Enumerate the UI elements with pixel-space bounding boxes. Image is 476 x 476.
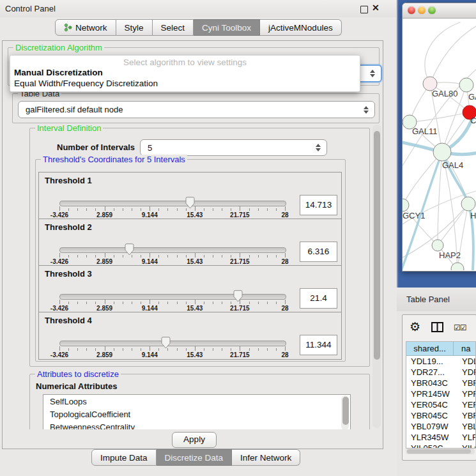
- cell-shared-name: YLR345W: [406, 432, 457, 443]
- network-node-hap2[interactable]: [432, 240, 443, 251]
- column-header[interactable]: shared...: [406, 342, 454, 355]
- column-header[interactable]: na: [454, 342, 475, 355]
- close-icon[interactable]: ✕: [372, 3, 380, 13]
- tab-label: Discretize Data: [165, 453, 224, 463]
- table-data-combobox[interactable]: galFiltered.sif default node: [18, 101, 375, 118]
- tab-label: Network: [75, 23, 107, 33]
- axis-tick-label: 28: [281, 258, 288, 265]
- algorithm-option-manual-discretization[interactable]: Manual Discretization: [10, 67, 360, 78]
- threshold-slider-2[interactable]: -3.4262.8599.14415.4321.71528: [59, 243, 285, 265]
- threshold-label: Threshold 2: [45, 222, 92, 232]
- table-row[interactable]: YBL079WYBL0: [406, 421, 475, 432]
- cell-name: YDL1: [457, 356, 475, 367]
- node-label: C: [470, 116, 476, 125]
- algorithm-option-equal-width-frequency-discretization[interactable]: Equal Width/Frequency Discretization: [10, 78, 360, 89]
- axis-tick-label: 28: [281, 351, 288, 358]
- tab-label: Infer Network: [240, 453, 291, 463]
- threshold-value-field[interactable]: 14.713: [300, 195, 337, 215]
- table-header-row: shared... na: [406, 342, 475, 356]
- interval-definition-group: Interval Definition Number of Intervals …: [29, 128, 370, 367]
- axis-tick-label: 2.859: [96, 258, 112, 265]
- cyni-toolbox-panel: Discretization Algorithm Select algorith…: [2, 40, 383, 449]
- popup-placeholder: Select algorithm to view settings: [10, 56, 360, 67]
- float-window-icon[interactable]: [360, 6, 368, 13]
- tab-label: Impute Data: [100, 453, 148, 463]
- intervals-value: 5: [141, 143, 152, 153]
- panel-scrollbar[interactable]: [372, 125, 381, 428]
- axis-tick-label: 21.715: [230, 258, 250, 265]
- table-columns-icon[interactable]: [431, 322, 443, 335]
- threshold-slider-1[interactable]: -3.4262.8599.14415.4321.71528: [59, 196, 285, 218]
- threshold-slider-3[interactable]: -3.4262.8599.14415.4321.71528: [59, 289, 285, 311]
- tab-impute-data[interactable]: Impute Data: [91, 449, 157, 466]
- threshold-value-field[interactable]: 21.4: [300, 288, 337, 309]
- control-panel-titlebar: Control Panel ✕: [0, 0, 396, 17]
- node-label: HAP2: [439, 250, 461, 260]
- control-panel-tabs: NetworkStyleSelectCyni ToolboxjActiveMNo…: [55, 19, 342, 36]
- threshold-panel-2: Threshold 2-3.4262.8599.14415.4321.71528…: [38, 219, 342, 266]
- node-label: GAL80: [432, 89, 457, 98]
- network-node-gcy1[interactable]: [403, 199, 409, 211]
- table-hscrollbar[interactable]: [406, 449, 475, 454]
- axis-tick-label: 21.715: [230, 351, 250, 358]
- minimize-traffic-light[interactable]: [418, 6, 426, 14]
- network-icon: [64, 23, 72, 32]
- threshold-slider-4[interactable]: -3.4262.8599.14415.4321.71528: [59, 336, 285, 358]
- tab-infer-network[interactable]: Infer Network: [232, 449, 300, 466]
- network-node-h[interactable]: [461, 197, 475, 211]
- panel-title: Control Panel: [5, 4, 56, 13]
- network-edge: [438, 204, 468, 245]
- tab-jactivemnodules[interactable]: jActiveMNodules: [260, 19, 342, 36]
- axis-tick-label: -3.426: [50, 305, 68, 312]
- axis-tick-label: 15.43: [187, 305, 203, 312]
- table-row[interactable]: YER054CYER0: [406, 399, 475, 410]
- cell-shared-name: YER054C: [406, 399, 457, 410]
- axis-tick-label: 15.43: [187, 258, 203, 265]
- table-row[interactable]: YDR27...YDR2: [406, 367, 475, 378]
- attribute-item-selfloops[interactable]: SelfLoops: [43, 395, 350, 408]
- table-data-selected: galFiltered.sif default node: [19, 105, 123, 114]
- list-scrollbar[interactable]: [341, 395, 349, 429]
- table-panel-titlebar: Table Panel: [397, 288, 476, 312]
- axis-tick-label: 9.144: [142, 305, 158, 312]
- stepper-arrows-icon: [370, 70, 375, 77]
- network-node-ga[interactable]: [459, 78, 473, 92]
- threshold-panel-4: Threshold 4-3.4262.8599.14415.4321.71528…: [38, 312, 342, 360]
- thresholds-group: Threshold's Coordinates for 5 Intervals …: [35, 159, 346, 362]
- cell-shared-name: YPR145W: [406, 388, 457, 399]
- stepper-arrows-icon: [316, 144, 321, 151]
- table-row[interactable]: YIL052CYIL0: [406, 443, 475, 449]
- table-row[interactable]: YPR145WYPR1: [406, 388, 475, 399]
- attribute-item-betweennesscentrality[interactable]: BetweennessCentrality: [43, 420, 350, 429]
- tab-discretize-data[interactable]: Discretize Data: [157, 449, 233, 466]
- table-row[interactable]: YLR345WYLR3: [406, 432, 475, 443]
- cell-name: YIL0: [457, 443, 475, 449]
- table-row[interactable]: YBR045CYBR0: [406, 410, 475, 421]
- threshold-value-field[interactable]: 11.344: [300, 335, 337, 355]
- close-traffic-light[interactable]: [408, 6, 415, 14]
- gear-icon[interactable]: ⚙: [410, 321, 420, 334]
- node-attribute-table: shared... na YDL19...YDL1YDR27...YDR2YBR…: [406, 341, 476, 449]
- table-row[interactable]: YBR043CYBR0: [406, 378, 475, 388]
- threshold-label: Threshold 4: [45, 316, 92, 325]
- numerical-attributes-list: SelfLoopsTopologicalCoefficientBetweenne…: [43, 394, 351, 429]
- number-of-intervals-combobox[interactable]: 5: [140, 139, 327, 156]
- table-row[interactable]: YDL19...YDL1: [406, 356, 475, 367]
- threshold-value-field[interactable]: 6.316: [300, 242, 337, 262]
- tab-style[interactable]: Style: [116, 19, 153, 36]
- network-edge: [430, 26, 476, 84]
- apply-button[interactable]: Apply: [172, 432, 217, 448]
- axis-tick-label: -3.426: [50, 351, 68, 358]
- tab-network[interactable]: Network: [55, 19, 116, 36]
- attribute-item-topologicalcoefficient[interactable]: TopologicalCoefficient: [43, 408, 350, 420]
- network-view-window: GAL80GACGAL11GAL4GCY1HHAP2: [402, 3, 476, 272]
- zoom-traffic-light[interactable]: [428, 6, 436, 14]
- tab-cyni-toolbox[interactable]: Cyni Toolbox: [194, 19, 260, 36]
- cell-name: YER0: [457, 399, 475, 410]
- axis-tick-label: 21.715: [230, 211, 250, 219]
- network-window-titlebar[interactable]: [403, 3, 476, 19]
- network-node-gal4[interactable]: [433, 143, 451, 161]
- checkboxes-icon[interactable]: ☑☑: [454, 323, 466, 332]
- network-canvas[interactable]: GAL80GACGAL11GAL4GCY1HHAP2: [403, 19, 476, 270]
- tab-select[interactable]: Select: [153, 19, 194, 36]
